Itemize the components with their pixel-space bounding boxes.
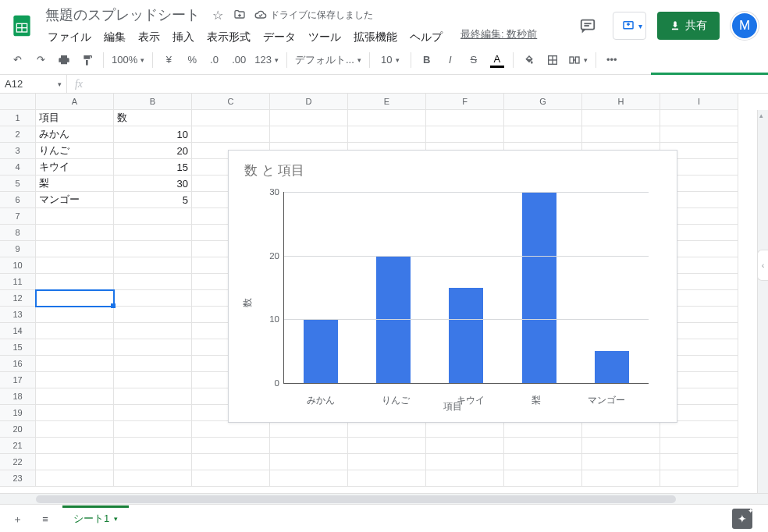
italic-button[interactable]: I [439, 49, 461, 71]
comment-history-icon[interactable] [574, 12, 602, 40]
strikethrough-button[interactable]: S [463, 49, 485, 71]
column-header-I[interactable]: I [660, 94, 738, 110]
cell-A19[interactable] [36, 405, 114, 421]
cell-A22[interactable] [36, 454, 114, 470]
cell-A8[interactable] [36, 225, 114, 241]
horizontal-scrollbar[interactable] [0, 493, 768, 504]
cell-C21[interactable] [192, 438, 270, 454]
star-icon[interactable]: ☆ [211, 8, 225, 22]
column-header-D[interactable]: D [270, 94, 348, 110]
row-header-2[interactable]: 2 [0, 126, 36, 143]
column-header-F[interactable]: F [426, 94, 504, 110]
cell-E23[interactable] [348, 470, 426, 487]
cell-B8[interactable] [114, 225, 192, 241]
cell-F20[interactable] [426, 421, 504, 438]
row-header-19[interactable]: 19 [0, 405, 36, 421]
row-header-12[interactable]: 12 [0, 290, 36, 307]
cell-A6[interactable]: マンゴー [36, 192, 114, 208]
paint-format-button[interactable] [76, 49, 98, 71]
cell-A16[interactable] [36, 356, 114, 372]
cell-G23[interactable] [504, 470, 582, 487]
select-all-corner[interactable] [0, 94, 36, 110]
cell-A14[interactable] [36, 323, 114, 339]
name-box[interactable]: A12▾ [0, 75, 67, 93]
cell-C23[interactable] [192, 470, 270, 487]
column-header-A[interactable]: A [36, 94, 114, 110]
row-header-4[interactable]: 4 [0, 159, 36, 176]
embedded-chart[interactable]: 数 と 項目 数 0102030 みかんりんごキウイ梨マンゴー 項目 [228, 150, 677, 423]
cell-D23[interactable] [270, 470, 348, 487]
cell-A17[interactable] [36, 372, 114, 388]
add-sheet-button[interactable]: ＋ [6, 509, 28, 530]
cell-E1[interactable] [348, 110, 426, 126]
percent-button[interactable]: % [181, 49, 203, 71]
cell-B1[interactable]: 数 [114, 110, 192, 126]
cloud-saved-icon[interactable]: ドライブに保存しました [254, 9, 373, 22]
text-color-button[interactable]: A [486, 49, 508, 71]
cell-F2[interactable] [426, 126, 504, 143]
cell-G22[interactable] [504, 454, 582, 470]
cell-E20[interactable] [348, 421, 426, 438]
number-format-dropdown[interactable]: 123 [251, 49, 282, 71]
cell-B17[interactable] [114, 372, 192, 388]
cell-B3[interactable]: 20 [114, 143, 192, 159]
row-header-1[interactable]: 1 [0, 110, 36, 126]
cell-G2[interactable] [504, 126, 582, 143]
doc-title[interactable]: 無題のスプレッドシート [42, 4, 203, 26]
cell-B11[interactable] [114, 274, 192, 290]
cell-I22[interactable] [660, 454, 738, 470]
row-header-14[interactable]: 14 [0, 323, 36, 339]
cell-F1[interactable] [426, 110, 504, 126]
cell-E22[interactable] [348, 454, 426, 470]
side-panel-toggle[interactable]: ‹ [757, 250, 768, 281]
cell-A21[interactable] [36, 438, 114, 454]
vertical-scrollbar[interactable]: ▴ [757, 110, 768, 493]
cell-F23[interactable] [426, 470, 504, 487]
cell-A3[interactable]: りんご [36, 143, 114, 159]
cell-A2[interactable]: みかん [36, 126, 114, 143]
cell-A18[interactable] [36, 388, 114, 405]
cell-I20[interactable] [660, 421, 738, 438]
cell-C2[interactable] [192, 126, 270, 143]
cell-I2[interactable] [660, 126, 738, 143]
row-header-21[interactable]: 21 [0, 438, 36, 454]
cell-A13[interactable] [36, 307, 114, 323]
more-button[interactable]: ••• [601, 49, 623, 71]
all-sheets-button[interactable]: ≡ [34, 509, 56, 530]
column-header-B[interactable]: B [114, 94, 192, 110]
row-header-22[interactable]: 22 [0, 454, 36, 470]
fill-color-button[interactable] [518, 49, 540, 71]
currency-button[interactable]: ¥ [158, 49, 180, 71]
cell-H2[interactable] [582, 126, 660, 143]
row-header-10[interactable]: 10 [0, 257, 36, 274]
print-button[interactable] [53, 49, 75, 71]
cell-A15[interactable] [36, 339, 114, 356]
cell-E21[interactable] [348, 438, 426, 454]
cell-B19[interactable] [114, 405, 192, 421]
column-header-H[interactable]: H [582, 94, 660, 110]
present-button[interactable]: ▾ [613, 12, 646, 40]
cell-A12[interactable] [36, 290, 114, 307]
merge-cells-button[interactable] [565, 49, 591, 71]
cell-A9[interactable] [36, 241, 114, 257]
cell-G20[interactable] [504, 421, 582, 438]
cell-D22[interactable] [270, 454, 348, 470]
column-header-E[interactable]: E [348, 94, 426, 110]
cell-D1[interactable] [270, 110, 348, 126]
cell-A11[interactable] [36, 274, 114, 290]
cell-B22[interactable] [114, 454, 192, 470]
cell-A5[interactable]: 梨 [36, 176, 114, 192]
row-header-23[interactable]: 23 [0, 470, 36, 487]
column-header-G[interactable]: G [504, 94, 582, 110]
row-header-7[interactable]: 7 [0, 208, 36, 225]
cell-B14[interactable] [114, 323, 192, 339]
explore-button[interactable]: ✦ [732, 509, 752, 529]
row-header-20[interactable]: 20 [0, 421, 36, 438]
share-button[interactable]: 共有 [657, 12, 720, 40]
cell-B13[interactable] [114, 307, 192, 323]
cell-B23[interactable] [114, 470, 192, 487]
row-header-6[interactable]: 6 [0, 192, 36, 208]
cell-D20[interactable] [270, 421, 348, 438]
bold-button[interactable]: B [416, 49, 438, 71]
row-header-17[interactable]: 17 [0, 372, 36, 388]
